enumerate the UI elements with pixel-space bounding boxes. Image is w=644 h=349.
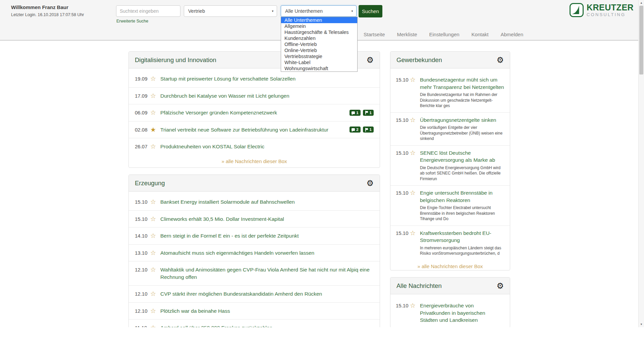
box-footer: » alle Nachrichten dieser Box [129, 155, 380, 168]
star-outline-icon[interactable]: ☆ [410, 302, 420, 309]
scrollbar-thumb[interactable] [639, 6, 643, 74]
news-title-link[interactable]: Bundesnetzagentur müht sich um mehr Tran… [420, 77, 504, 90]
news-title-link[interactable]: CVP stärkt ihrer möglichen Bundesratskan… [160, 291, 322, 297]
advanced-search-link[interactable]: Erweiterte Suche [116, 19, 148, 23]
flag-icon [365, 128, 368, 132]
nav-item-kontakt[interactable]: Kontakt [472, 32, 489, 37]
news-title-link[interactable]: Startup mit preiswerter Lösung für versc… [160, 76, 296, 82]
dropdown-option[interactable]: Online-Vertrieb [281, 47, 357, 53]
star-filled-icon[interactable]: ★ [150, 126, 160, 133]
news-date: 15.10 [396, 230, 410, 237]
news-title-link[interactable]: Plötzlich war da beinahe Hass [160, 308, 230, 314]
all-news-link[interactable]: » alle Nachrichten dieser Box [221, 158, 287, 164]
gear-icon[interactable]: ⚙ [496, 56, 504, 64]
news-row: 15.10☆SENEC löst Deutsche Energieversorg… [390, 145, 510, 186]
news-title-link[interactable]: Energieverbräuche von Privatkunden in ba… [420, 303, 485, 323]
news-row: 12.10☆CVP stärkt ihrer möglichen Bundesr… [129, 285, 380, 302]
star-outline-icon[interactable]: ☆ [410, 76, 420, 83]
search-input[interactable] [116, 5, 180, 17]
gear-icon[interactable]: ⚙ [496, 282, 504, 290]
star-outline-icon[interactable]: ☆ [150, 266, 160, 273]
star-outline-icon[interactable]: ☆ [410, 189, 420, 196]
news-title-link[interactable]: Kraftwerkssterben bedroht EU-Stromversor… [420, 230, 491, 243]
chat-bubble-icon [352, 111, 355, 114]
dropdown-option[interactable]: Allgemein [281, 23, 357, 29]
dropdown-option[interactable]: Vertriebsstrategie [281, 53, 357, 59]
dropdown-option[interactable]: Kundenzahlen [281, 35, 357, 41]
news-title-link[interactable]: Trianel vertreibt neue Software zur Betr… [160, 127, 328, 133]
news-content: Energieverbräuche von Privatkunden in ba… [420, 302, 504, 324]
news-content: Amherd soll über 250 000 Franken zurückz… [160, 324, 374, 327]
vertical-scrollbar[interactable]: ▲ ▼ [638, 0, 644, 327]
news-list: 19.09☆Startup mit preiswerter Lösung für… [129, 68, 380, 155]
dropdown-option[interactable]: Haustürgeschäfte & Telesales [281, 29, 357, 35]
star-outline-icon[interactable]: ☆ [150, 307, 160, 314]
news-date: 17.09 [135, 92, 150, 99]
news-snippet: Die Engie-Tochter Electrabel untersucht … [420, 205, 504, 222]
all-news-link[interactable]: » alle Nachrichten dieser Box [417, 263, 483, 269]
news-date: 11.10 [135, 324, 150, 327]
topic-select[interactable]: Vertrieb ▼ [184, 5, 277, 17]
gear-icon[interactable]: ⚙ [366, 179, 374, 187]
star-outline-icon[interactable]: ☆ [150, 109, 160, 116]
news-title-link[interactable]: Bankset Energy installiert Solarmodule a… [160, 199, 295, 205]
star-outline-icon[interactable]: ☆ [150, 249, 160, 256]
news-content: Startup mit preiswerter Lösung für versc… [160, 75, 374, 83]
news-title-link[interactable]: Bern steigt in die Formel E ein - es ist… [160, 233, 299, 239]
news-date: 06.09 [135, 109, 150, 116]
welcome-title: Willkommen Franz Baur [11, 4, 84, 10]
news-title-link[interactable]: Wahltaktik und Animositäten gegen CVP-Fr… [160, 267, 370, 280]
news-list: 15.10☆Bundesnetzagentur müht sich um meh… [390, 68, 510, 260]
news-content: Atomaufsicht muss sich eigenmächtiges Ha… [160, 249, 374, 257]
topic-select-value: Vertrieb [188, 8, 205, 14]
news-row: 15.10☆Energieverbräuche von Privatkunden… [390, 298, 510, 327]
news-content: SENEC löst Deutsche Energieversorgung al… [420, 149, 504, 182]
news-row: 15.10☆Engie untersucht Brennstäbe in bel… [390, 185, 510, 226]
dropdown-option[interactable]: Offline-Vertrieb [281, 41, 357, 47]
kreutzer-logo[interactable]: KREUTZER CONSULTING [570, 3, 634, 17]
comments-badge[interactable]: 2 [350, 127, 360, 133]
welcome-block: Willkommen Franz Baur Letzter Login. 16.… [11, 4, 84, 17]
news-title-link[interactable]: SENEC löst Deutsche Energieversorgung al… [420, 150, 495, 163]
star-outline-icon[interactable]: ☆ [410, 149, 420, 156]
star-outline-icon[interactable]: ☆ [150, 92, 160, 99]
gear-icon[interactable]: ⚙ [366, 56, 374, 64]
scroll-down-arrow[interactable]: ▼ [639, 321, 644, 327]
news-row: 15.10☆Bankset Energy installiert Solarmo… [129, 194, 380, 210]
star-outline-icon[interactable]: ☆ [150, 143, 160, 150]
dropdown-option[interactable]: White-Label [281, 59, 357, 65]
news-title-link[interactable]: Atomaufsicht muss sich eigenmächtiges Ha… [160, 250, 314, 256]
logo-subtitle: CONSULTING [587, 12, 634, 17]
star-outline-icon[interactable]: ☆ [150, 324, 160, 327]
news-row: 12.10☆Wahltaktik und Animositäten gegen … [129, 261, 380, 285]
star-outline-icon[interactable]: ☆ [150, 198, 160, 205]
news-title-link[interactable]: Produktneuheiten von KOSTAL Solar Electr… [160, 144, 264, 149]
news-title-link[interactable]: Engie untersucht Brennstäbe in belgische… [420, 190, 492, 203]
dropdown-option[interactable]: Alle Unterthemen [281, 17, 357, 23]
star-outline-icon[interactable]: ☆ [150, 290, 160, 297]
nav-item-startseite[interactable]: Startseite [364, 32, 385, 37]
news-title-link[interactable]: Climeworks erhält 30,5 Mio. Dollar Inves… [160, 216, 284, 222]
star-outline-icon[interactable]: ☆ [150, 75, 160, 82]
news-row: 12.10☆Plötzlich war da beinahe Hass [129, 302, 380, 319]
nav-item-einstellungen[interactable]: Einstellungen [429, 32, 460, 37]
dropdown-option[interactable]: Wohnungswirtschaft [281, 65, 357, 71]
subtopic-select[interactable]: Alle Unterthemen ▼ [281, 5, 357, 17]
star-outline-icon[interactable]: ☆ [150, 232, 160, 239]
flags-badge[interactable]: 1 [363, 110, 374, 116]
comments-badge[interactable]: 1 [350, 110, 360, 116]
scroll-up-arrow[interactable]: ▲ [639, 0, 644, 6]
flags-badge[interactable]: 1 [363, 127, 374, 133]
news-title-link[interactable]: Pfälzische Versorger gründen Kompetenzne… [160, 110, 277, 115]
nav-item-merkliste[interactable]: Merkliste [397, 32, 417, 37]
star-outline-icon[interactable]: ☆ [410, 230, 420, 236]
search-button[interactable]: Suchen [359, 5, 382, 17]
box-title: Alle Nachrichten [396, 282, 442, 290]
news-title-link[interactable]: Durchbruch bei Katalyse von Wasser mit L… [160, 93, 289, 99]
star-outline-icon[interactable]: ☆ [410, 116, 420, 123]
news-title-link[interactable]: Amherd soll über 250 000 Franken zurückz… [160, 325, 272, 327]
nav-item-abmelden[interactable]: Abmelden [500, 32, 523, 37]
star-outline-icon[interactable]: ☆ [150, 215, 160, 222]
news-row: 15.10☆Kraftwerkssterben bedroht EU-Strom… [390, 226, 510, 260]
news-title-link[interactable]: Übertragungsnetzentgelte sinken [420, 117, 496, 123]
